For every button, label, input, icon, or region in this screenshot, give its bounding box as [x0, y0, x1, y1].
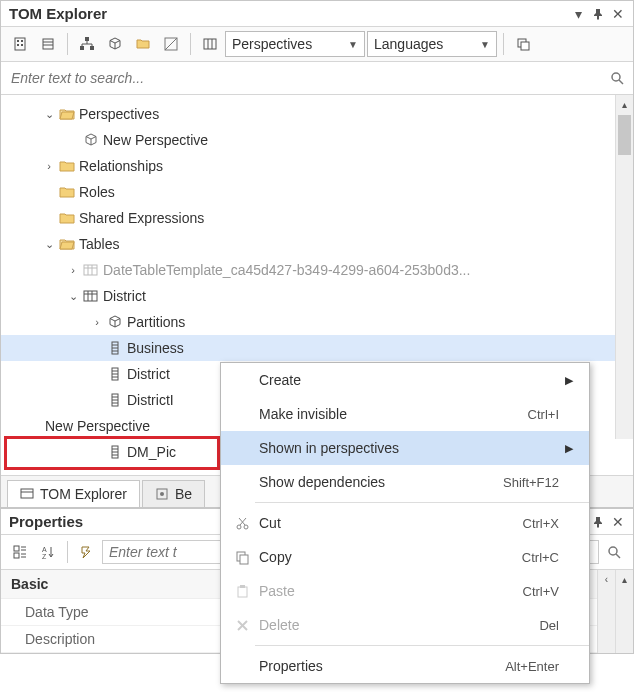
svg-rect-52 [14, 546, 19, 551]
menu-item-shown-in-perspectives[interactable]: Shown in perspectives ▶ [221, 431, 589, 465]
expander-icon[interactable]: ⌄ [41, 108, 57, 121]
menu-item-create[interactable]: Create ▶ [221, 363, 589, 397]
panel-pin-icon[interactable] [591, 515, 605, 529]
toolbar-separator [67, 33, 68, 55]
tab-icon [20, 487, 34, 501]
search-input[interactable] [9, 66, 609, 90]
svg-point-64 [244, 525, 248, 529]
toolbar-separator [67, 541, 68, 563]
tab-icon [155, 487, 169, 501]
table-icon [81, 289, 101, 303]
folder-open-icon [57, 237, 77, 251]
column-icon [105, 393, 125, 407]
tree-node-business-column[interactable]: Business [1, 335, 633, 361]
svg-line-66 [239, 518, 245, 525]
tree-node-roles[interactable]: Roles [1, 179, 633, 205]
panel-pin-icon[interactable] [591, 7, 605, 21]
svg-rect-21 [521, 42, 529, 50]
partitions-icon [105, 314, 125, 330]
expander-icon[interactable]: ⌄ [41, 238, 57, 251]
tree-node-datetemplate[interactable]: › DateTableTemplate_ca45d427-b349-4299-a… [1, 257, 633, 283]
properties-search-icon[interactable] [601, 539, 627, 565]
prop-categorized-icon[interactable] [7, 539, 33, 565]
toolbar: Perspectives ▼ Languages ▼ [1, 27, 633, 62]
search-icon[interactable] [609, 70, 625, 86]
menu-item-show-dependencies[interactable]: Show dependencies Shift+F12 [221, 465, 589, 499]
tree-node-partitions[interactable]: › Partitions [1, 309, 633, 335]
cut-icon [229, 516, 255, 531]
panel-dropdown-icon[interactable]: ▾ [571, 7, 585, 21]
panel-close-icon[interactable]: ✕ [611, 7, 625, 21]
column-icon [105, 367, 125, 381]
perspective-icon [81, 132, 101, 148]
tree-node-perspectives[interactable]: ⌄ Perspectives [1, 101, 633, 127]
perspective-marker-label: New Perspective [43, 418, 150, 434]
chevron-left-icon[interactable]: ‹ [598, 570, 615, 588]
svg-text:A: A [42, 546, 47, 553]
menu-item-cut[interactable]: Cut Ctrl+X [221, 506, 589, 540]
svg-rect-24 [84, 265, 97, 275]
chevron-down-icon: ▼ [480, 39, 490, 50]
menu-item-make-invisible[interactable]: Make invisible Ctrl+I [221, 397, 589, 431]
panel-close-icon[interactable]: ✕ [611, 515, 625, 529]
prop-events-icon[interactable] [74, 539, 100, 565]
chevron-down-icon: ▼ [348, 39, 358, 50]
svg-rect-10 [90, 46, 94, 50]
toolbar-btn-1[interactable] [7, 31, 33, 57]
tree-label: Perspectives [77, 106, 159, 122]
properties-scrollbar[interactable]: ▴ [615, 570, 633, 653]
expander-icon[interactable]: › [89, 316, 105, 328]
svg-rect-3 [17, 44, 19, 46]
expander-icon[interactable]: › [65, 264, 81, 276]
paste-icon [229, 584, 255, 599]
scroll-up-icon[interactable]: ▴ [616, 570, 633, 588]
toolbar-columns-icon[interactable] [197, 31, 223, 57]
tree-node-tables[interactable]: ⌄ Tables [1, 231, 633, 257]
svg-rect-55 [14, 553, 19, 558]
properties-title: Properties [9, 513, 83, 530]
menu-item-copy[interactable]: Copy Ctrl+C [221, 540, 589, 574]
tree-label: District [125, 366, 170, 382]
perspectives-dropdown-label: Perspectives [232, 36, 312, 52]
menu-separator [255, 502, 589, 503]
tab-tom-explorer[interactable]: TOM Explorer [7, 480, 140, 507]
prop-alphabetical-icon[interactable]: AZ [35, 539, 61, 565]
tree-node-new-perspective[interactable]: New Perspective [1, 127, 633, 153]
toolbar-cube-icon[interactable] [102, 31, 128, 57]
perspectives-dropdown[interactable]: Perspectives ▼ [225, 31, 365, 57]
properties-nav-strip[interactable]: ‹ [597, 570, 615, 653]
menu-item-paste: Paste Ctrl+V [221, 574, 589, 608]
tree-label: Partitions [125, 314, 185, 330]
toolbar-last-icon[interactable] [510, 31, 536, 57]
svg-point-61 [609, 547, 617, 555]
menu-item-properties[interactable]: Properties Alt+Enter [221, 649, 589, 683]
scroll-up-icon[interactable]: ▴ [616, 95, 633, 113]
svg-text:Z: Z [42, 553, 47, 560]
tree-label: Tables [77, 236, 119, 252]
toolbar-hierarchy-icon[interactable] [74, 31, 100, 57]
submenu-arrow-icon: ▶ [559, 374, 573, 387]
tree-label: New Perspective [101, 132, 208, 148]
svg-rect-70 [240, 585, 245, 588]
scroll-thumb[interactable] [618, 115, 631, 155]
tree-scrollbar[interactable]: ▴ [615, 95, 633, 439]
tree-label: Relationships [77, 158, 163, 174]
menu-separator [255, 645, 589, 646]
column-icon [105, 341, 125, 355]
toolbar-btn-2[interactable] [35, 31, 61, 57]
expander-icon[interactable]: › [41, 160, 57, 172]
tree-label: Shared Expressions [77, 210, 204, 226]
toolbar-measure-icon[interactable] [158, 31, 184, 57]
expander-icon[interactable]: ⌄ [65, 290, 81, 303]
svg-rect-4 [21, 44, 23, 46]
svg-line-62 [616, 554, 620, 558]
tree-node-shared-expressions[interactable]: Shared Expressions [1, 205, 633, 231]
tree-node-district[interactable]: ⌄ District [1, 283, 633, 309]
toolbar-folder-icon[interactable] [130, 31, 156, 57]
tree-node-relationships[interactable]: › Relationships [1, 153, 633, 179]
svg-point-22 [612, 73, 620, 81]
languages-dropdown-label: Languages [374, 36, 443, 52]
languages-dropdown[interactable]: Languages ▼ [367, 31, 497, 57]
context-menu: Create ▶ Make invisible Ctrl+I Shown in … [220, 362, 590, 684]
tab-be[interactable]: Be [142, 480, 205, 507]
